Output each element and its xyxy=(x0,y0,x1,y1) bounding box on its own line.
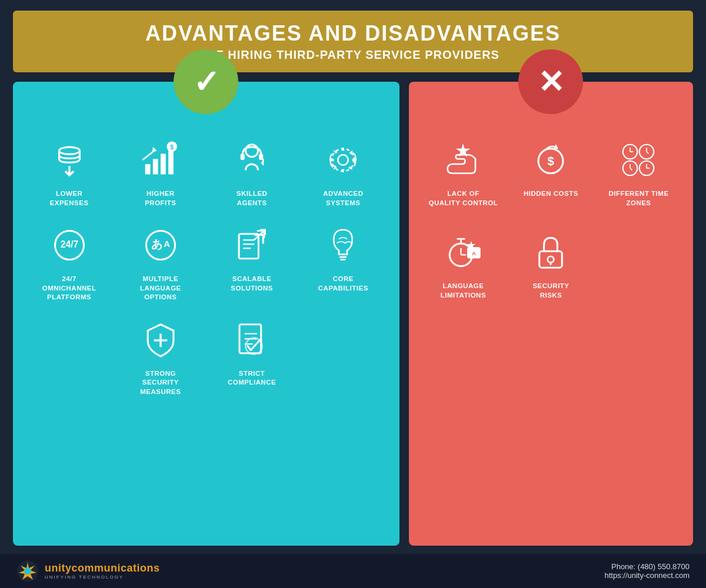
item-time-zones: DIFFERENT TIMEZONES xyxy=(595,132,682,212)
lang-limit-icon: A xyxy=(439,229,487,276)
main-content: ✓ xyxy=(13,82,693,546)
svg-line-47 xyxy=(630,168,632,171)
advantages-panel: ✓ xyxy=(13,82,399,546)
multilanguage-label: MULTIPLELANGUAGEOPTIONS xyxy=(140,275,181,302)
svg-rect-2 xyxy=(145,164,151,175)
phone-label: Phone: xyxy=(611,562,635,571)
clocks-icon xyxy=(615,136,662,183)
svg-point-13 xyxy=(338,155,349,165)
item-core: CORECAPABILITIES xyxy=(298,217,389,307)
svg-text:A: A xyxy=(164,239,170,249)
advantages-badge: ✓ xyxy=(174,49,238,114)
svg-line-44 xyxy=(647,152,649,154)
security-risks-label: SECURITYRISKS xyxy=(532,282,569,300)
footer-contact: Phone: (480) 550.8700 https://unity-conn… xyxy=(604,562,690,580)
svg-text:24/7: 24/7 xyxy=(60,239,78,249)
item-language-limits: A LANGUAGELIMITATIONS xyxy=(419,224,507,305)
item-advanced-systems: ADVANCEDSYSTEMS xyxy=(298,132,389,212)
disadvantages-badge: ✕ xyxy=(518,49,583,114)
page-wrapper: ADVANTAGES AND DISADVANTAGES OF HIRING T… xyxy=(0,0,706,588)
logo-main: unitycommunications xyxy=(45,562,160,574)
header-subtitle: OF HIRING THIRD-PARTY SERVICE PROVIDERS xyxy=(25,48,681,62)
hidden-costs-label: HIDDEN COSTS xyxy=(524,189,578,199)
item-multilanguage: あ A MULTIPLELANGUAGEOPTIONS xyxy=(115,217,206,307)
checkmark-icon: ✓ xyxy=(193,66,219,98)
item-compliance: STRICTCOMPLIANCE xyxy=(206,312,297,402)
svg-point-0 xyxy=(59,147,79,154)
footer-url: https://unity-connect.com xyxy=(604,571,690,580)
advantages-row-3: STRONGSECURITYMEASURES xyxy=(24,312,389,402)
scalable-label: SCALABLESOLUTIONS xyxy=(231,275,273,293)
svg-rect-59 xyxy=(540,251,562,268)
skilled-agents-label: SKILLEDAGENTS xyxy=(237,189,268,208)
svg-rect-10 xyxy=(241,154,245,161)
disadvantages-row-1: LACK OFQUALITY CONTROL $ xyxy=(419,132,682,212)
svg-text:あ: あ xyxy=(151,238,162,250)
svg-rect-5 xyxy=(168,149,174,175)
shield-icon xyxy=(137,316,184,363)
logo-unity: unity xyxy=(45,562,72,574)
logo-text: unitycommunications UNIFYING TECHNOLOGY xyxy=(45,562,160,580)
compliance-label: STRICTCOMPLIANCE xyxy=(228,369,276,387)
item-security-risks: SECURITYRISKS xyxy=(507,224,595,305)
higher-profits-label: HIGHERPROFITS xyxy=(145,189,176,208)
footer: unitycommunications UNIFYING TECHNOLOGY … xyxy=(0,554,706,588)
disadvantages-grid: LACK OFQUALITY CONTROL $ xyxy=(419,132,682,305)
advantages-row-1: LOWEREXPENSES xyxy=(24,132,389,212)
language-icon: あ A xyxy=(137,222,184,269)
header: ADVANTAGES AND DISADVANTAGES OF HIRING T… xyxy=(13,11,693,72)
brain-icon xyxy=(319,222,367,269)
chart-up-icon: $ xyxy=(137,136,184,183)
item-lower-expenses: LOWEREXPENSES xyxy=(24,132,115,212)
disadvantages-panel: ✕ LACK OF xyxy=(409,82,693,546)
item-hidden-costs: $ HIDDEN COSTS xyxy=(507,132,595,212)
padlock-icon xyxy=(527,229,574,276)
omnichannel-label: 24/7OMNICHANNELPLATFORMS xyxy=(42,275,96,302)
item-scalable: SCALABLESOLUTIONS xyxy=(206,217,297,307)
item-omnichannel: 24/7 24/7OMNICHANNELPLATFORMS xyxy=(24,217,115,307)
item-quality-control: LACK OFQUALITY CONTROL xyxy=(419,132,507,212)
svg-rect-4 xyxy=(161,154,166,175)
language-limits-label: LANGUAGELIMITATIONS xyxy=(441,282,486,300)
x-icon: ✕ xyxy=(538,66,564,98)
svg-text:$: $ xyxy=(548,154,555,168)
logo-sub: UNIFYING TECHNOLOGY xyxy=(45,574,160,580)
time-zones-label: DIFFERENT TIMEZONES xyxy=(608,189,668,208)
money-down-icon xyxy=(46,136,93,183)
checklist-icon xyxy=(228,316,275,363)
phone-number: (480) 550.8700 xyxy=(638,562,690,571)
item-higher-profits: $ HIGHERPROFITS xyxy=(115,132,206,212)
item-skilled-agents: SKILLEDAGENTS xyxy=(206,132,297,212)
svg-text:A: A xyxy=(472,250,476,256)
footer-phone: Phone: (480) 550.8700 xyxy=(604,562,690,571)
footer-logo: unitycommunications UNIFYING TECHNOLOGY xyxy=(16,560,160,582)
quality-control-label: LACK OFQUALITY CONTROL xyxy=(429,189,498,208)
svg-rect-3 xyxy=(153,159,158,174)
headset-icon xyxy=(228,136,275,183)
svg-point-64 xyxy=(24,567,31,574)
core-label: CORECAPABILITIES xyxy=(318,275,368,293)
logo-icon xyxy=(16,560,39,582)
dollar-cycle-icon: $ xyxy=(527,136,574,183)
disadvantages-row-2: A LANGUAGELIMITATIONS xyxy=(419,224,682,305)
scalable-icon xyxy=(228,222,275,269)
logo-communications: communications xyxy=(72,562,160,574)
security-measures-label: STRONGSECURITYMEASURES xyxy=(140,369,181,397)
svg-text:$: $ xyxy=(170,143,174,151)
star-hand-icon xyxy=(439,136,487,183)
header-title: ADVANTAGES AND DISADVANTAGES xyxy=(25,21,681,46)
advanced-systems-label: ADVANCEDSYSTEMS xyxy=(323,189,363,208)
item-security-measures: STRONGSECURITYMEASURES xyxy=(115,312,206,402)
gear-icon xyxy=(319,136,367,183)
phone-247-icon: 24/7 xyxy=(46,222,93,269)
advantages-grid: LOWEREXPENSES xyxy=(24,132,389,401)
lower-expenses-label: LOWEREXPENSES xyxy=(50,189,89,208)
advantages-row-2: 24/7 24/7OMNICHANNELPLATFORMS あ A xyxy=(24,217,389,307)
